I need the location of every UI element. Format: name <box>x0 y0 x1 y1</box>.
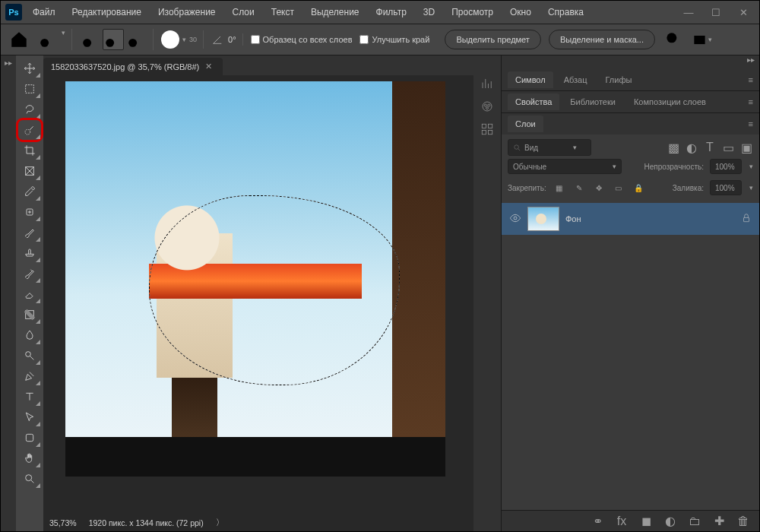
tab-character[interactable]: Символ <box>508 71 553 88</box>
fx-icon[interactable]: fx <box>615 515 629 528</box>
tab-layers[interactable]: Слои <box>508 116 543 132</box>
tab-layer-comps[interactable]: Композиции слоев <box>626 93 714 110</box>
mask-icon[interactable]: ◼ <box>639 515 653 528</box>
panel-menu-icon[interactable]: ≡ <box>749 75 753 84</box>
lock-all-icon[interactable]: 🔒 <box>632 181 645 195</box>
lock-position-icon[interactable]: ✥ <box>592 181 606 195</box>
tool-preset-picker[interactable] <box>37 29 59 50</box>
shape-tool[interactable] <box>18 428 41 448</box>
menu-filter[interactable]: Фильтр <box>370 4 413 21</box>
lock-icon[interactable] <box>741 213 752 225</box>
search-icon[interactable] <box>663 29 684 50</box>
subtract-selection-button[interactable] <box>125 29 147 50</box>
layer-thumbnail[interactable] <box>527 207 559 231</box>
link-layers-icon[interactable]: ⚭ <box>591 515 604 528</box>
new-layer-icon[interactable]: ✚ <box>712 515 726 528</box>
group-icon[interactable]: 🗀 <box>688 515 701 528</box>
crop-tool[interactable] <box>18 141 41 160</box>
status-chevron-icon[interactable]: 〉 <box>216 518 224 528</box>
blur-tool[interactable] <box>18 325 41 345</box>
gradient-tool[interactable] <box>18 305 41 325</box>
workspace-switcher[interactable]: ▾ <box>692 29 713 50</box>
marquee-tool[interactable] <box>18 79 41 99</box>
adjustment-layer-icon[interactable]: ◐ <box>663 515 677 528</box>
panel-collapse-handle[interactable]: ▸▸ <box>502 55 759 69</box>
menu-help[interactable]: Справка <box>542 4 590 21</box>
dodge-tool[interactable] <box>18 346 41 366</box>
pen-tool[interactable] <box>18 366 41 386</box>
layer-filter-label: Вид <box>524 144 538 152</box>
tab-libraries[interactable]: Библиотеки <box>562 93 623 110</box>
path-selection-tool[interactable] <box>18 407 41 427</box>
color-dock-icon[interactable] <box>479 98 496 115</box>
move-tool[interactable] <box>18 59 41 78</box>
zoom-level[interactable]: 35,73% <box>49 518 77 527</box>
filter-smart-icon[interactable]: ▣ <box>739 141 753 154</box>
add-selection-button[interactable] <box>103 29 124 50</box>
swatches-dock-icon[interactable] <box>479 121 496 138</box>
menu-text[interactable]: Текст <box>265 4 300 21</box>
clone-stamp-tool[interactable] <box>18 243 41 263</box>
close-button[interactable]: ✕ <box>732 7 755 18</box>
expand-handle-icon[interactable]: ▸▸ <box>1 55 16 69</box>
right-panels: ▸▸ Символ Абзац Глифы ≡ Свойства Библиот… <box>501 55 759 531</box>
brush-swatch-icon[interactable] <box>161 30 179 49</box>
frame-tool[interactable] <box>18 161 41 181</box>
menu-file[interactable]: Файл <box>27 4 62 21</box>
new-selection-button[interactable] <box>80 29 101 50</box>
lock-brush-icon[interactable]: ✎ <box>572 181 586 195</box>
layer-row-background[interactable]: Фон <box>502 203 759 235</box>
document-tab[interactable]: 1582033637520.jpg @ 35,7% (RGB/8#) ✕ <box>43 58 223 75</box>
layer-name[interactable]: Фон <box>565 214 581 223</box>
canvas[interactable] <box>65 81 445 477</box>
menu-edit[interactable]: Редактирование <box>66 4 147 21</box>
close-tab-icon[interactable]: ✕ <box>205 62 212 71</box>
layer-filter-dropdown[interactable]: Вид ▾ <box>508 139 591 156</box>
filter-pixel-icon[interactable]: ▩ <box>667 141 680 154</box>
menu-view[interactable]: Просмотр <box>445 4 499 21</box>
document-area: 1582033637520.jpg @ 35,7% (RGB/8#) ✕ 35,… <box>43 55 473 531</box>
maximize-button[interactable]: ☐ <box>705 7 727 18</box>
home-button[interactable] <box>8 29 30 50</box>
menu-window[interactable]: Окно <box>504 4 537 21</box>
tab-paragraph[interactable]: Абзац <box>556 71 595 88</box>
tab-glyphs[interactable]: Глифы <box>598 71 640 88</box>
select-and-mask-button[interactable]: Выделение и маска... <box>549 30 655 49</box>
hand-tool[interactable] <box>18 448 41 468</box>
lock-pixels-icon[interactable]: ▦ <box>553 181 566 195</box>
filter-adjust-icon[interactable]: ◐ <box>685 141 698 154</box>
lasso-tool[interactable] <box>18 100 41 119</box>
history-brush-tool[interactable] <box>18 264 41 283</box>
filter-shape-icon[interactable]: ▭ <box>721 141 735 154</box>
zoom-tool[interactable] <box>18 469 41 489</box>
menu-3d[interactable]: 3D <box>417 4 441 21</box>
tab-properties[interactable]: Свойства <box>508 93 559 110</box>
type-tool[interactable] <box>18 387 41 407</box>
menu-image[interactable]: Изображение <box>152 4 222 21</box>
panel-menu-icon[interactable]: ≡ <box>749 119 753 128</box>
sample-all-layers-checkbox[interactable]: Образец со всех слоев <box>251 35 353 44</box>
fill-input[interactable]: 100% <box>710 180 742 195</box>
menu-select[interactable]: Выделение <box>305 4 366 21</box>
histogram-dock-icon[interactable] <box>479 75 496 92</box>
blend-mode-dropdown[interactable]: Обычные ▾ <box>508 159 622 174</box>
brush-tool[interactable] <box>18 223 41 242</box>
minimize-button[interactable]: — <box>677 7 700 18</box>
filter-type-icon[interactable]: T <box>703 141 717 154</box>
svg-rect-5 <box>694 35 705 43</box>
selection-mode-group <box>80 29 154 50</box>
healing-brush-tool[interactable] <box>18 202 41 222</box>
eyedropper-tool[interactable] <box>18 182 41 201</box>
refine-edge-checkbox[interactable]: Улучшить край <box>359 35 429 44</box>
select-subject-button[interactable]: Выделить предмет <box>445 30 541 49</box>
canvas-viewport[interactable] <box>43 75 473 515</box>
menu-layers[interactable]: Слои <box>226 4 261 21</box>
quick-selection-tool[interactable] <box>18 120 41 140</box>
eraser-tool[interactable] <box>18 284 41 304</box>
panel-menu-icon[interactable]: ≡ <box>749 97 753 106</box>
delete-layer-icon[interactable]: 🗑 <box>736 515 750 528</box>
visibility-toggle-icon[interactable] <box>509 212 521 226</box>
svg-point-17 <box>486 107 489 109</box>
opacity-input[interactable]: 100% <box>710 159 742 174</box>
lock-artboard-icon[interactable]: ▭ <box>612 181 625 195</box>
